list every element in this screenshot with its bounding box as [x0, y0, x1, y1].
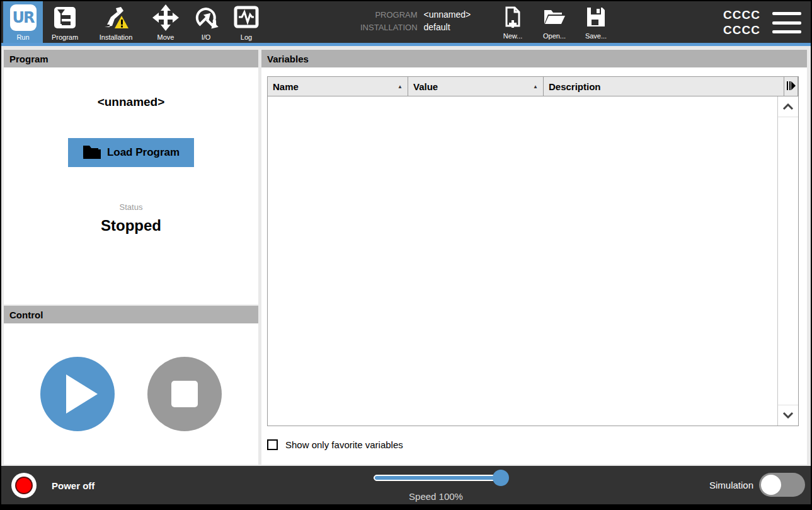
tab-io-label: I/O — [202, 33, 211, 41]
tab-run-label: Run — [16, 33, 29, 41]
sort-asc-icon: ▲ — [397, 84, 403, 90]
expand-columns-icon — [786, 81, 796, 93]
variables-table-body — [267, 96, 799, 426]
new-file-icon — [503, 6, 522, 30]
simulation-control: Simulation — [709, 473, 805, 497]
footer-bar: Power off Speed 100% Simulation — [1, 466, 811, 504]
variables-table-header: Name ▲ Value ▲ Description — [267, 76, 799, 96]
tab-program[interactable]: Program — [43, 1, 87, 43]
clock-line-1: CCCC — [723, 8, 760, 23]
scroll-up-button[interactable] — [778, 96, 798, 117]
column-header-name[interactable]: Name ▲ — [268, 77, 408, 96]
top-toolbar: UR Run Program — [1, 1, 811, 43]
program-meta-label: PROGRAM — [360, 9, 418, 20]
power-off-button[interactable]: Power off — [11, 473, 94, 498]
program-panel-title: Program — [9, 54, 49, 64]
file-meta: PROGRAM <unnamed> INSTALLATION default — [360, 9, 471, 33]
tab-program-label: Program — [52, 33, 78, 41]
stop-icon — [171, 381, 198, 407]
tab-move[interactable]: Move — [145, 1, 186, 43]
new-button-label: New... — [503, 32, 523, 40]
scroll-down-button[interactable] — [778, 405, 798, 426]
stop-button[interactable] — [147, 357, 222, 431]
main-tabs: UR Run Program — [3, 1, 267, 43]
control-panel-title: Control — [9, 310, 43, 320]
speed-label: Speed 100% — [341, 491, 530, 502]
column-header-description[interactable]: Description — [544, 77, 784, 96]
table-scrollbar[interactable] — [777, 96, 798, 426]
save-floppy-icon — [586, 6, 606, 30]
favorites-checkbox[interactable] — [267, 439, 278, 450]
speed-slider-handle[interactable] — [493, 470, 509, 486]
simulation-label: Simulation — [709, 480, 753, 490]
tab-log-label: Log — [241, 33, 252, 41]
tab-log[interactable]: Log — [226, 1, 267, 43]
tab-io[interactable]: I/O — [186, 1, 226, 43]
file-actions: New... Open... — [496, 6, 612, 40]
sort-asc-icon: ▲ — [533, 84, 538, 90]
move-arrows-icon — [152, 1, 179, 33]
hamburger-menu-icon[interactable] — [772, 12, 801, 33]
variables-panel-body: Name ▲ Value ▲ Description — [261, 67, 807, 465]
installation-meta-label: INSTALLATION — [360, 22, 418, 33]
folder-icon — [83, 144, 101, 162]
control-panel-header: Control — [4, 306, 258, 323]
speed-slider[interactable] — [374, 475, 504, 481]
load-program-label: Load Program — [107, 146, 180, 159]
main-area: Program <unnamed> Load Program Status St… — [1, 46, 811, 466]
io-circular-arrows-icon — [193, 1, 219, 33]
play-icon — [66, 374, 98, 414]
tab-installation-label: Installation — [100, 33, 133, 41]
ur-logo-icon: UR — [10, 1, 37, 33]
status-label: Status — [120, 202, 143, 212]
simulation-toggle-knob — [761, 475, 781, 495]
power-status-label: Power off — [52, 480, 94, 491]
expand-columns-button[interactable] — [784, 77, 798, 96]
program-name: <unnamed> — [98, 95, 165, 109]
new-button[interactable]: New... — [496, 6, 529, 40]
power-status-icon — [11, 473, 37, 498]
log-monitor-icon — [233, 1, 260, 33]
variables-panel-title: Variables — [267, 54, 309, 64]
speed-slider-fill — [375, 476, 503, 480]
favorites-filter-row: Show only favorite variables — [267, 439, 403, 450]
tab-move-label2: Move — [157, 33, 174, 41]
variables-table: Name ▲ Value ▲ Description — [267, 76, 799, 426]
favorites-checkbox-label: Show only favorite variables — [285, 439, 403, 450]
variables-panel-header: Variables — [261, 50, 807, 67]
column-header-value[interactable]: Value ▲ — [408, 77, 544, 96]
robot-arm-warning-icon — [102, 1, 130, 33]
polyscope-window: UR Run Program — [0, 0, 812, 510]
play-button[interactable] — [40, 357, 115, 431]
clock-line-2: CCCC — [723, 23, 760, 38]
tab-installation[interactable]: Installation — [87, 1, 145, 43]
open-folder-icon — [543, 6, 566, 30]
save-button-label: Save... — [585, 32, 607, 40]
tab-run[interactable]: UR Run — [3, 1, 43, 43]
program-tree-icon — [52, 1, 77, 33]
save-button[interactable]: Save... — [580, 6, 612, 40]
open-button-label: Open... — [543, 32, 566, 40]
status-value: Stopped — [101, 217, 161, 235]
program-panel-header: Program — [4, 50, 258, 67]
program-panel-body: <unnamed> Load Program Status Stopped — [4, 67, 258, 304]
simulation-toggle[interactable] — [759, 473, 805, 497]
program-meta-value: <unnamed> — [424, 9, 471, 20]
load-program-button[interactable]: Load Program — [68, 138, 194, 167]
installation-meta-value: default — [424, 22, 471, 33]
clock-display: CCCC CCCC — [723, 8, 760, 38]
control-panel-body — [4, 323, 258, 465]
open-button[interactable]: Open... — [538, 6, 571, 40]
